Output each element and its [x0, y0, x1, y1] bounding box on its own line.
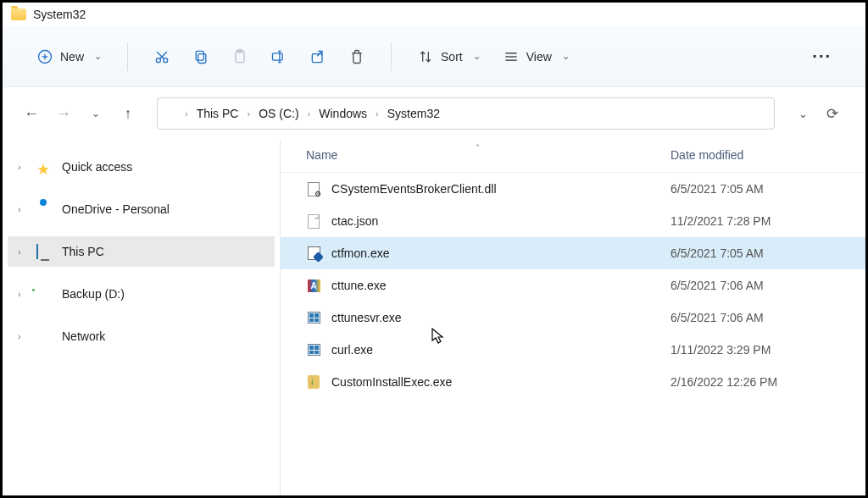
- chevron-right-icon: ›: [308, 108, 311, 119]
- sort-caret-icon: ˄: [476, 143, 480, 152]
- view-button[interactable]: View ⌄: [494, 43, 578, 70]
- folder-icon: [11, 8, 26, 20]
- json-file-icon: [306, 213, 321, 229]
- column-date-label: Date modified: [670, 148, 743, 162]
- file-row[interactable]: Acttune.exe6/5/2021 7:06 AM: [281, 269, 865, 302]
- file-name: ctac.json: [331, 214, 378, 228]
- sidebar-item-network[interactable]: › Network: [8, 321, 275, 351]
- dots-icon: ···: [812, 47, 832, 66]
- address-dropdown[interactable]: ⌄: [798, 108, 808, 120]
- more-button[interactable]: ···: [804, 42, 840, 71]
- file-name: cttune.exe: [331, 279, 387, 292]
- file-row[interactable]: cttunesvr.exe6/5/2021 7:06 AM: [281, 302, 865, 334]
- delete-button[interactable]: [340, 43, 374, 70]
- file-row[interactable]: curl.exe1/11/2022 3:29 PM: [281, 334, 865, 366]
- chevron-right-icon: ›: [185, 108, 188, 119]
- nav-row: ← → ⌄ ↑ › This PC › OS (C:) › Windows › …: [3, 87, 865, 140]
- file-list: Name ˄ Date modified CSystemEventsBroker…: [281, 140, 865, 495]
- forward-button[interactable]: →: [53, 105, 74, 123]
- column-name[interactable]: Name ˄: [306, 148, 670, 162]
- file-name: cttunesvr.exe: [331, 311, 402, 324]
- sidebar-item-backup[interactable]: › Backup (D:): [8, 279, 275, 309]
- file-date: 6/5/2021 7:05 AM: [670, 182, 840, 196]
- file-name: CSystemEventsBrokerClient.dll: [331, 182, 497, 196]
- chevron-right-icon: ›: [18, 204, 28, 214]
- chevron-down-icon: ⌄: [559, 51, 570, 62]
- divider: [127, 42, 128, 71]
- svg-rect-7: [198, 53, 206, 63]
- address-bar[interactable]: › This PC › OS (C:) › Windows › System32: [157, 97, 775, 130]
- svg-rect-15: [312, 53, 322, 62]
- sidebar-item-label: Backup (D:): [62, 287, 125, 301]
- chevron-down-icon: ⌄: [470, 51, 481, 62]
- share-button[interactable]: [301, 43, 335, 70]
- breadcrumb-seg[interactable]: System32: [382, 105, 445, 122]
- view-icon: [503, 48, 520, 65]
- toolbar: New ⌄ Sort ⌄ View ⌄ ···: [3, 26, 865, 87]
- new-button[interactable]: New ⌄: [28, 43, 110, 70]
- rename-button[interactable]: [262, 43, 296, 70]
- sort-label: Sort: [441, 50, 463, 64]
- file-name: curl.exe: [331, 343, 373, 357]
- sort-button[interactable]: Sort ⌄: [409, 43, 489, 70]
- share-icon: [309, 48, 326, 65]
- divider: [391, 42, 392, 71]
- scissors-icon: [153, 48, 170, 65]
- chevron-right-icon: ›: [376, 108, 379, 119]
- monitor-icon: [36, 244, 38, 259]
- rename-icon: [270, 48, 287, 65]
- sort-icon: [417, 48, 434, 65]
- column-headers: Name ˄ Date modified: [281, 140, 865, 173]
- refresh-button[interactable]: ⟳: [826, 105, 838, 123]
- recent-dropdown[interactable]: ⌄: [86, 108, 106, 119]
- exe-file-icon: [306, 246, 321, 261]
- new-label: New: [60, 50, 84, 64]
- file-row[interactable]: CustomInstallExec.exe2/16/2022 12:26 PM: [281, 366, 865, 398]
- file-date: 6/5/2021 7:06 AM: [670, 311, 840, 324]
- sidebar-item-quick-access[interactable]: › ★ Quick access: [8, 152, 275, 182]
- column-date[interactable]: Date modified: [670, 148, 840, 162]
- chevron-right-icon: ›: [18, 331, 28, 341]
- file-date: 2/16/2022 12:26 PM: [670, 375, 840, 389]
- breadcrumb-seg[interactable]: This PC: [192, 105, 244, 122]
- chevron-right-icon: ›: [18, 289, 28, 299]
- folder-icon: [168, 108, 181, 119]
- copy-icon: [192, 48, 209, 65]
- breadcrumb-seg[interactable]: OS (C:): [253, 105, 303, 122]
- file-row[interactable]: ctac.json11/2/2021 7:28 PM: [281, 205, 865, 237]
- sidebar-item-onedrive[interactable]: › OneDrive - Personal: [8, 194, 275, 224]
- sidebar-item-label: OneDrive - Personal: [62, 202, 170, 216]
- star-icon: ★: [36, 160, 53, 174]
- file-date: 6/5/2021 7:05 AM: [670, 246, 840, 260]
- file-date: 6/5/2021 7:06 AM: [670, 279, 840, 292]
- breadcrumb-seg[interactable]: Windows: [314, 105, 372, 122]
- file-date: 1/11/2022 3:29 PM: [670, 343, 840, 357]
- back-button[interactable]: ←: [21, 105, 42, 123]
- up-button[interactable]: ↑: [118, 105, 138, 123]
- svg-rect-11: [273, 53, 283, 59]
- sidebar: › ★ Quick access › OneDrive - Personal ›…: [3, 140, 281, 495]
- column-name-label: Name: [306, 148, 337, 162]
- chevron-right-icon: ›: [18, 162, 28, 172]
- cleartype-icon: A: [306, 278, 321, 293]
- trash-icon: [348, 48, 365, 65]
- titlebar: System32: [3, 3, 865, 26]
- copy-button[interactable]: [184, 43, 218, 70]
- paste-button[interactable]: [223, 43, 257, 70]
- file-row[interactable]: ctfmon.exe6/5/2021 7:05 AM: [281, 237, 865, 269]
- chevron-right-icon: ›: [18, 246, 28, 257]
- sidebar-item-label: Quick access: [62, 160, 132, 174]
- exe-file-icon: [306, 310, 321, 325]
- window-title: System32: [33, 8, 86, 21]
- file-row[interactable]: CSystemEventsBrokerClient.dll6/5/2021 7:…: [281, 173, 865, 205]
- installer-icon: [306, 374, 321, 390]
- sidebar-item-label: Network: [62, 329, 105, 343]
- view-label: View: [526, 50, 552, 64]
- sidebar-item-this-pc[interactable]: › This PC: [8, 236, 275, 267]
- dll-file-icon: [306, 181, 321, 196]
- svg-rect-8: [196, 51, 203, 60]
- clipboard-icon: [231, 48, 248, 65]
- cut-button[interactable]: [145, 43, 179, 70]
- exe-file-icon: [306, 342, 321, 357]
- sidebar-item-label: This PC: [62, 245, 104, 258]
